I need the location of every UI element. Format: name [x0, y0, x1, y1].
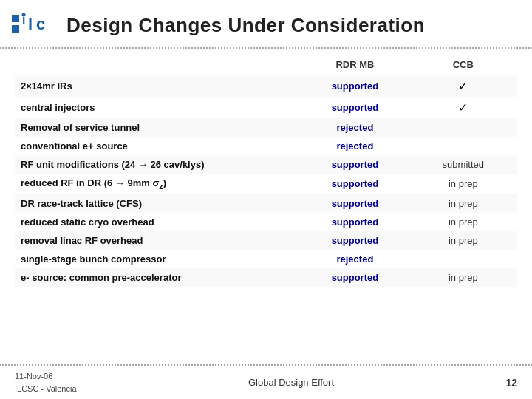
table-header-row: RDR MB CCB: [15, 55, 517, 75]
item-cell: reduced static cryo overhead: [15, 213, 301, 231]
item-cell: DR race-track lattice (CFS): [15, 194, 301, 213]
item-cell: central injectors: [15, 97, 301, 118]
ccb-cell: in prep: [409, 213, 517, 231]
rdr-mb-cell: supported: [301, 174, 409, 194]
rdr-mb-cell: supported: [301, 155, 409, 174]
table-row: single-stage bunch compressorrejected: [15, 250, 517, 268]
svg-point-6: [22, 13, 26, 17]
ccb-cell: ✓: [409, 97, 517, 118]
rdr-mb-cell: rejected: [301, 118, 409, 137]
ccb-cell: in prep: [409, 174, 517, 194]
rdr-mb-cell: supported: [301, 75, 409, 98]
table-row: reduced RF in DR (6 → 9mm σz)supportedin…: [15, 174, 517, 194]
page-title: Design Changes Under Consideration: [66, 14, 425, 37]
ccb-cell: in prep: [409, 231, 517, 250]
main-content: RDR MB CCB 2×14mr IRssupported✓central i…: [0, 49, 532, 287]
design-changes-table: RDR MB CCB 2×14mr IRssupported✓central i…: [15, 55, 517, 287]
table-row: reduced static cryo overheadsupportedin …: [15, 213, 517, 231]
footer-location: ILCSC - Valencia: [15, 383, 77, 395]
ccb-cell: [409, 118, 517, 137]
rdr-mb-cell: supported: [301, 194, 409, 213]
rdr-mb-cell: supported: [301, 231, 409, 250]
ccb-cell: [409, 250, 517, 268]
item-cell: removal linac RF overhead: [15, 231, 301, 250]
col-rdr-mb: RDR MB: [301, 55, 409, 75]
item-cell: 2×14mr IRs: [15, 75, 301, 98]
item-cell: single-stage bunch compressor: [15, 250, 301, 268]
ccb-cell: [409, 137, 517, 155]
table-row: DR race-track lattice (CFS)supportedin p…: [15, 194, 517, 213]
item-cell: Removal of service tunnel: [15, 118, 301, 137]
svg-text:l: l: [28, 15, 33, 33]
col-ccb: CCB: [409, 55, 517, 75]
page-footer: 11-Nov-06 ILCSC - Valencia Global Design…: [0, 364, 532, 399]
footer-center-text: Global Design Effort: [248, 377, 334, 388]
item-cell: RF unit modifications (24 → 26 cav/klys): [15, 155, 301, 174]
ccb-cell: in prep: [409, 268, 517, 287]
footer-date: 11-Nov-06: [15, 370, 77, 383]
svg-rect-1: [12, 15, 19, 22]
table-row: 2×14mr IRssupported✓: [15, 75, 517, 98]
rdr-mb-cell: supported: [301, 97, 409, 118]
rdr-mb-cell: rejected: [301, 250, 409, 268]
table-row: e- source: common pre-acceleratorsupport…: [15, 268, 517, 287]
item-cell: reduced RF in DR (6 → 9mm σz): [15, 174, 301, 194]
rdr-mb-cell: supported: [301, 213, 409, 231]
table-row: conventional e+ sourcerejected: [15, 137, 517, 155]
item-cell: conventional e+ source: [15, 137, 301, 155]
table-row: RF unit modifications (24 → 26 cav/klys)…: [15, 155, 517, 174]
col-item: [15, 55, 301, 75]
svg-text:c: c: [36, 15, 45, 33]
table-row: removal linac RF overheadsupportedin pre…: [15, 231, 517, 250]
ilc-logo: i l c: [12, 9, 56, 41]
rdr-mb-cell: rejected: [301, 137, 409, 155]
ccb-cell: ✓: [409, 75, 517, 98]
svg-rect-2: [12, 25, 19, 33]
ccb-cell: in prep: [409, 194, 517, 213]
ccb-cell: submitted: [409, 155, 517, 174]
footer-date-location: 11-Nov-06 ILCSC - Valencia: [15, 370, 77, 395]
footer-page-number: 12: [505, 377, 517, 389]
page-header: i l c Design Changes Under Consideration: [0, 0, 532, 49]
item-cell: e- source: common pre-accelerator: [15, 268, 301, 287]
table-row: central injectorssupported✓: [15, 97, 517, 118]
table-row: Removal of service tunnelrejected: [15, 118, 517, 137]
rdr-mb-cell: supported: [301, 268, 409, 287]
